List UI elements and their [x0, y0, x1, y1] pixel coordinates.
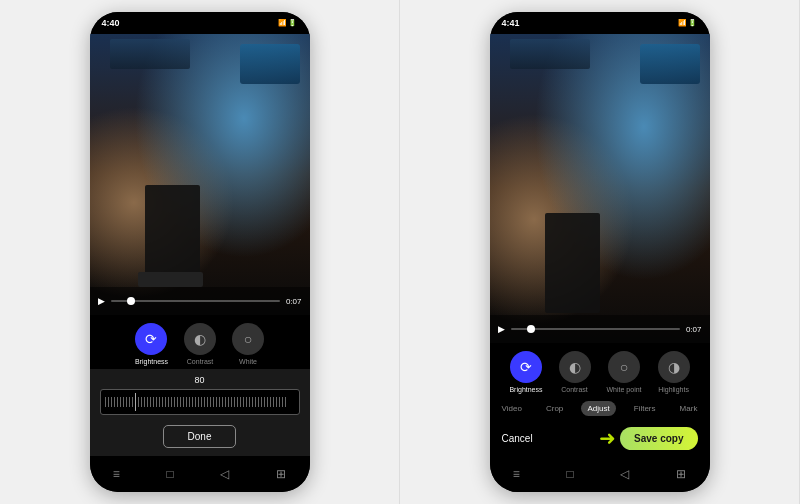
cancel-label[interactable]: Cancel — [502, 433, 533, 444]
save-row-wrapper: ➜ Save copy — [599, 426, 697, 450]
video-scene-right — [490, 34, 710, 343]
status-bar-right: 4:41 📶 🔋 — [490, 12, 710, 34]
tool-icons-row-right: ⟳ Brightness ◐ Contrast ○ White point ◑ … — [490, 351, 710, 393]
progress-bar-right[interactable] — [511, 328, 680, 330]
contrast-label-left: Contrast — [187, 358, 213, 365]
contrast-label-right: Contrast — [561, 386, 587, 393]
slider-section-left: 80 — [90, 369, 310, 419]
whitepoint-icon-right: ○ — [608, 351, 640, 383]
brightness-icon-right: ⟳ — [510, 351, 542, 383]
adjust-tabs-row: Video Crop Adjust Filters Mark — [490, 397, 710, 420]
slider-value-left: 80 — [100, 375, 300, 385]
tool-contrast-left[interactable]: ◐ Contrast — [184, 323, 216, 365]
brightness-icon-left: ⟳ — [135, 323, 167, 355]
save-copy-button[interactable]: Save copy — [620, 427, 697, 450]
tab-video[interactable]: Video — [496, 401, 528, 416]
status-icon-right: 📶 🔋 — [678, 19, 698, 27]
nav-home-icon-right[interactable]: □ — [567, 467, 574, 481]
done-section-left: Done — [90, 419, 310, 456]
tab-crop[interactable]: Crop — [540, 401, 569, 416]
time-left: 4:40 — [102, 18, 120, 28]
brightness-label-right: Brightness — [509, 386, 542, 393]
tool-highlights-right[interactable]: ◑ Highlights — [658, 351, 690, 393]
nav-bar-right: ≡ □ ◁ ⊞ — [490, 456, 710, 492]
tab-adjust[interactable]: Adjust — [581, 401, 615, 416]
progress-thumb-right — [527, 325, 535, 333]
done-button-left[interactable]: Done — [163, 425, 237, 448]
tab-filters[interactable]: Filters — [628, 401, 662, 416]
time-right: 4:41 — [502, 18, 520, 28]
status-icons-left: 📶 🔋 — [278, 19, 298, 27]
tool-icons-row-left: ⟳ Brightness ◐ Contrast ○ White — [90, 323, 310, 365]
play-icon-right[interactable]: ▶ — [498, 324, 505, 334]
contrast-icon-left: ◐ — [184, 323, 216, 355]
arrow-icon: ➜ — [599, 426, 616, 450]
video-controls-left: ▶ 0:07 — [90, 287, 310, 315]
right-phone: 4:41 📶 🔋 ▶ 0:07 — [490, 12, 710, 492]
highlights-label-right: Highlights — [658, 386, 689, 393]
highlights-icon-right: ◑ — [658, 351, 690, 383]
slider-track-left[interactable] — [100, 389, 300, 415]
right-phone-container: 4:41 📶 🔋 ▶ 0:07 — [400, 0, 800, 504]
tool-white-left[interactable]: ○ White — [232, 323, 264, 365]
left-phone-container: 4:40 📶 🔋 ▶ 0:07 — [0, 0, 400, 504]
slider-ticks-left — [105, 393, 295, 411]
tools-section-left: ⟳ Brightness ◐ Contrast ○ White — [90, 315, 310, 369]
white-label-left: White — [239, 358, 257, 365]
tool-contrast-right[interactable]: ◐ Contrast — [559, 351, 591, 393]
nav-back-icon-left[interactable]: ◁ — [220, 467, 229, 481]
nav-apps-icon-left[interactable]: ⊞ — [276, 467, 286, 481]
nav-home-icon-left[interactable]: □ — [167, 467, 174, 481]
white-icon-left: ○ — [232, 323, 264, 355]
time-end-left: 0:07 — [286, 297, 302, 306]
nav-menu-icon-right[interactable]: ≡ — [513, 467, 520, 481]
video-controls-right: ▶ 0:07 — [490, 315, 710, 343]
video-area-right: ▶ 0:07 — [490, 34, 710, 343]
contrast-icon-right: ◐ — [559, 351, 591, 383]
nav-back-icon-right[interactable]: ◁ — [620, 467, 629, 481]
tool-whitepoint-right[interactable]: ○ White point — [607, 351, 642, 393]
brightness-label-left: Brightness — [135, 358, 168, 365]
video-scene-left — [90, 34, 310, 315]
nav-menu-icon-left[interactable]: ≡ — [113, 467, 120, 481]
play-icon-left[interactable]: ▶ — [98, 296, 105, 306]
status-bar-left: 4:40 📶 🔋 — [90, 12, 310, 34]
tool-brightness-left[interactable]: ⟳ Brightness — [135, 323, 168, 365]
status-icon-left: 📶 🔋 — [278, 19, 298, 27]
tab-mark[interactable]: Mark — [674, 401, 704, 416]
nav-bar-left: ≡ □ ◁ ⊞ — [90, 456, 310, 492]
tool-brightness-right[interactable]: ⟳ Brightness — [509, 351, 542, 393]
status-icons-right: 📶 🔋 — [678, 19, 698, 27]
nav-apps-icon-right[interactable]: ⊞ — [676, 467, 686, 481]
progress-bar-left[interactable] — [111, 300, 280, 302]
time-end-right: 0:07 — [686, 325, 702, 334]
progress-thumb-left — [127, 297, 135, 305]
bottom-action-bar: Cancel ➜ Save copy — [490, 420, 710, 456]
whitepoint-label-right: White point — [607, 386, 642, 393]
left-phone: 4:40 📶 🔋 ▶ 0:07 — [90, 12, 310, 492]
tools-section-right: ⟳ Brightness ◐ Contrast ○ White point ◑ … — [490, 343, 710, 397]
video-area-left: ▶ 0:07 — [90, 34, 310, 315]
